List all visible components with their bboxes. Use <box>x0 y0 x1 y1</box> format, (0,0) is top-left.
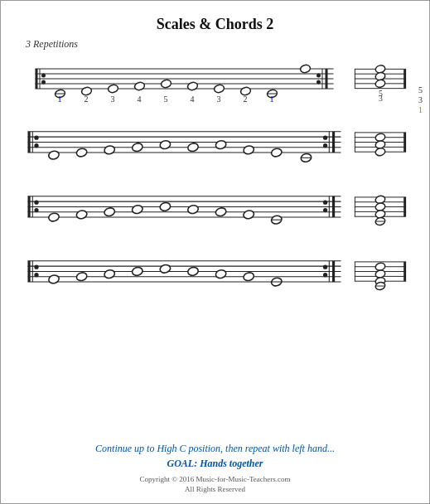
chord-svg-4 <box>351 248 409 298</box>
svg-rect-39 <box>355 69 355 88</box>
svg-point-129 <box>75 272 88 282</box>
svg-point-93 <box>48 212 60 222</box>
copyright-text: Copyright © 2016 Music-for-Music-Teacher… <box>1 474 429 495</box>
staff-svg-1: 1 2 3 4 5 4 3 2 1 <box>19 54 350 104</box>
svg-rect-124 <box>329 261 330 282</box>
svg-text:2: 2 <box>85 94 89 104</box>
main-staff-1: 1 2 3 4 5 4 3 2 1 <box>19 54 350 107</box>
system-3 <box>19 183 411 236</box>
svg-point-54 <box>34 143 38 148</box>
svg-point-18 <box>161 79 172 89</box>
svg-point-19 <box>187 81 199 91</box>
svg-point-62 <box>131 143 143 153</box>
svg-rect-52 <box>32 132 33 153</box>
chord-num-5: 5 <box>418 85 423 95</box>
svg-rect-121 <box>32 261 33 282</box>
system-2 <box>19 119 411 172</box>
svg-point-16 <box>108 84 119 94</box>
svg-rect-5 <box>36 69 38 89</box>
svg-text:3: 3 <box>379 94 383 103</box>
svg-point-122 <box>34 265 38 269</box>
chord-staff-1: 5 3 <box>351 54 411 107</box>
svg-point-130 <box>104 269 116 279</box>
main-staff-3 <box>19 183 350 236</box>
chord-num-1: 1 <box>418 105 423 115</box>
svg-point-87 <box>34 201 38 205</box>
svg-point-91 <box>323 201 327 205</box>
svg-text:2: 2 <box>244 94 248 104</box>
svg-point-128 <box>48 274 60 284</box>
svg-point-43 <box>374 79 386 88</box>
svg-text:3: 3 <box>217 94 221 104</box>
svg-point-59 <box>48 150 60 160</box>
svg-point-133 <box>187 266 200 276</box>
svg-point-95 <box>104 207 116 217</box>
staff-svg-2 <box>19 119 350 168</box>
main-staff-4 <box>19 248 350 301</box>
svg-point-7 <box>41 74 46 78</box>
svg-point-123 <box>34 273 38 277</box>
svg-point-66 <box>243 145 255 155</box>
svg-rect-6 <box>40 69 41 89</box>
page-title: Scales & Chords 2 <box>19 16 411 33</box>
svg-rect-109 <box>403 197 406 216</box>
chord-num-3: 3 <box>418 95 423 105</box>
svg-rect-10 <box>326 69 328 89</box>
svg-point-17 <box>134 81 146 91</box>
svg-rect-9 <box>322 69 323 89</box>
svg-point-100 <box>243 210 255 220</box>
svg-point-67 <box>270 148 283 158</box>
svg-point-8 <box>41 80 46 85</box>
svg-rect-56 <box>332 132 335 153</box>
svg-text:1: 1 <box>58 94 62 104</box>
svg-point-96 <box>131 204 143 214</box>
svg-point-135 <box>243 272 255 282</box>
chord-svg-3 <box>351 183 409 233</box>
svg-rect-75 <box>355 133 355 152</box>
svg-point-131 <box>131 266 143 276</box>
chord-svg-2 <box>351 119 409 168</box>
svg-point-60 <box>75 148 88 158</box>
svg-text:4: 4 <box>138 94 142 104</box>
svg-point-53 <box>34 136 38 140</box>
chord-staff-3 <box>351 183 411 236</box>
repetitions-label: 3 Repetitions <box>26 38 411 51</box>
chord-staff-4 <box>351 248 411 301</box>
svg-text:1: 1 <box>270 94 274 104</box>
svg-point-20 <box>214 84 225 94</box>
svg-rect-86 <box>32 196 33 217</box>
svg-text:5: 5 <box>164 94 168 104</box>
svg-point-79 <box>374 147 386 156</box>
chord-svg-1: 5 3 <box>351 54 409 104</box>
svg-point-11 <box>316 74 321 78</box>
svg-point-92 <box>323 208 327 212</box>
svg-point-58 <box>323 143 327 148</box>
svg-rect-143 <box>355 262 355 281</box>
main-staff-2 <box>19 119 350 172</box>
svg-point-57 <box>323 136 327 140</box>
system-1: 1 2 3 4 5 4 3 2 1 <box>19 54 411 107</box>
svg-rect-89 <box>329 196 330 217</box>
svg-point-65 <box>215 139 227 149</box>
svg-rect-55 <box>329 132 330 153</box>
svg-point-127 <box>323 273 327 277</box>
system-4 <box>19 248 411 301</box>
svg-rect-85 <box>28 196 31 217</box>
svg-point-97 <box>159 201 172 211</box>
svg-point-24 <box>300 64 312 74</box>
svg-text:3: 3 <box>111 94 115 104</box>
svg-point-12 <box>316 80 321 85</box>
staff-svg-4 <box>19 248 350 298</box>
svg-point-88 <box>34 208 38 212</box>
svg-point-98 <box>187 204 200 214</box>
svg-point-61 <box>104 145 116 155</box>
svg-text:4: 4 <box>191 94 195 104</box>
svg-rect-40 <box>403 69 406 88</box>
svg-point-126 <box>323 265 327 269</box>
svg-rect-144 <box>403 262 406 281</box>
svg-point-94 <box>75 210 88 220</box>
instruction-text: Continue up to High C position, then rep… <box>1 441 429 471</box>
svg-rect-90 <box>332 196 335 217</box>
staff-svg-3 <box>19 183 350 233</box>
bottom-section: Continue up to High C position, then rep… <box>1 436 429 495</box>
